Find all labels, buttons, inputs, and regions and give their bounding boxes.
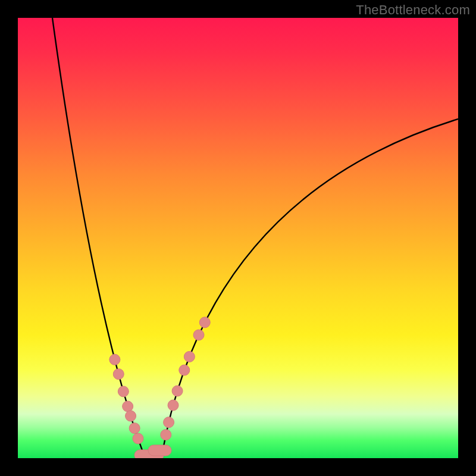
curve-markers	[18, 18, 458, 458]
curve-marker	[199, 317, 210, 328]
curve-marker	[118, 386, 129, 397]
watermark-text: TheBottleneck.com	[356, 2, 470, 18]
chart-frame: TheBottleneck.com	[0, 0, 476, 476]
curve-marker	[129, 423, 140, 434]
curve-marker	[161, 430, 171, 440]
curve-marker	[193, 330, 204, 340]
curve-marker	[109, 354, 120, 365]
curve-marker	[164, 417, 174, 428]
curve-marker	[179, 365, 190, 375]
plot-area	[18, 18, 458, 458]
curve-marker	[113, 369, 124, 380]
curve-marker	[123, 401, 133, 412]
curve-marker	[172, 386, 183, 396]
curve-marker	[184, 351, 195, 362]
curve-marker	[126, 411, 136, 421]
curve-marker	[168, 400, 178, 411]
curve-marker	[148, 445, 171, 456]
curve-marker	[133, 433, 143, 444]
